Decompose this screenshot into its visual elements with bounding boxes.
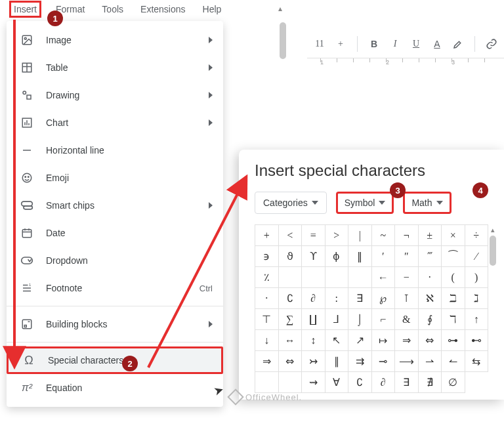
insert-link-button[interactable] bbox=[483, 35, 500, 53]
character-cell[interactable]: ⇆ bbox=[465, 351, 489, 372]
character-cell[interactable]: ↑ bbox=[465, 309, 489, 330]
character-cell[interactable]: ∄ bbox=[419, 372, 442, 393]
scrollbar-thumb[interactable] bbox=[490, 236, 496, 266]
menu-item-hrule[interactable]: Horizontal line bbox=[7, 136, 223, 164]
underline-button[interactable]: U bbox=[408, 35, 425, 53]
character-cell[interactable]: ℷ bbox=[465, 288, 489, 309]
character-cell[interactable]: ÷ bbox=[465, 225, 489, 246]
character-cell[interactable]: ⊸ bbox=[372, 351, 396, 372]
character-cell[interactable]: ↕ bbox=[302, 330, 326, 351]
character-cell[interactable]: ⇀ bbox=[419, 351, 442, 372]
font-size-value[interactable]: 11 bbox=[311, 35, 328, 53]
character-cell[interactable]: ↣ bbox=[302, 351, 326, 372]
character-cell[interactable]: = bbox=[302, 225, 326, 246]
character-cell[interactable]: ↼ bbox=[442, 351, 465, 372]
character-cell[interactable]: ⇝ bbox=[302, 372, 326, 393]
character-cell[interactable]: ϶ bbox=[255, 246, 279, 267]
character-cell[interactable]: ∮ bbox=[419, 309, 442, 330]
character-cell[interactable]: ⊶ bbox=[442, 330, 465, 351]
character-cell[interactable]: ∑ bbox=[279, 309, 303, 330]
character-cell[interactable]: < bbox=[279, 225, 303, 246]
character-cell[interactable]: ϑ bbox=[279, 246, 303, 267]
character-cell[interactable]: − bbox=[395, 267, 419, 288]
text-color-button[interactable]: A bbox=[429, 35, 446, 53]
grid-scrollbar[interactable]: ▴ bbox=[488, 224, 497, 393]
character-cell[interactable]: ⇉ bbox=[348, 351, 372, 372]
character-cell[interactable]: ← bbox=[372, 267, 396, 288]
character-cell[interactable]: ∃ bbox=[395, 372, 419, 393]
menu-tools[interactable]: Tools bbox=[99, 3, 126, 16]
character-cell[interactable]: ⟶ bbox=[395, 351, 419, 372]
menu-item-chart[interactable]: Chart bbox=[7, 109, 223, 136]
menu-item-drawing[interactable]: Drawing bbox=[7, 81, 223, 109]
menu-item-table[interactable]: Table bbox=[7, 54, 223, 81]
character-cell[interactable]: ∅ bbox=[442, 372, 465, 393]
character-cell[interactable]: ⇒ bbox=[255, 351, 279, 372]
character-cell[interactable]: ∃ bbox=[348, 288, 372, 309]
character-cell[interactable]: ∁ bbox=[348, 372, 372, 393]
character-cell[interactable]: ℘ bbox=[372, 288, 396, 309]
menu-help[interactable]: Help bbox=[200, 3, 224, 16]
character-cell[interactable]: ∀ bbox=[326, 372, 349, 393]
character-cell[interactable]: ↖ bbox=[326, 330, 349, 351]
character-cell[interactable]: ∁ bbox=[279, 288, 303, 309]
character-cell[interactable]: : bbox=[326, 288, 349, 309]
menu-item-date[interactable]: Date bbox=[7, 219, 223, 247]
character-cell[interactable]: ⌡ bbox=[348, 309, 372, 330]
character-cell[interactable]: ℶ bbox=[442, 288, 465, 309]
menu-item-smartchips[interactable]: Smart chips bbox=[7, 192, 223, 219]
font-size-increase[interactable]: + bbox=[332, 35, 349, 53]
character-cell[interactable]: + bbox=[255, 225, 279, 246]
character-cell[interactable]: ⇒ bbox=[395, 330, 419, 351]
character-cell[interactable]: ↔ bbox=[279, 330, 303, 351]
character-cell[interactable]: ¬ bbox=[395, 225, 419, 246]
menu-item-special-characters[interactable]: Ω Special characters bbox=[7, 346, 223, 374]
character-cell[interactable]: ∐ bbox=[302, 309, 326, 330]
scrollbar-arrow-up-icon[interactable]: ▴ bbox=[491, 226, 495, 234]
character-cell[interactable]: ⊤ bbox=[255, 309, 279, 330]
character-cell[interactable]: ⇔ bbox=[419, 330, 442, 351]
character-cell[interactable]: ⇔ bbox=[279, 351, 303, 372]
character-cell[interactable]: ⊺ bbox=[395, 288, 419, 309]
menu-item-building-blocks[interactable]: Building blocks bbox=[7, 310, 223, 338]
menu-insert[interactable]: Insert bbox=[9, 1, 41, 18]
character-cell[interactable]: ( bbox=[442, 267, 465, 288]
italic-button[interactable]: I bbox=[387, 35, 404, 53]
menu-item-footnote[interactable]: 1 Footnote Ctrl bbox=[7, 274, 223, 302]
character-cell[interactable]: × bbox=[442, 225, 465, 246]
character-cell[interactable]: ‴ bbox=[419, 246, 442, 267]
character-cell[interactable]: ϒ bbox=[302, 246, 326, 267]
character-cell[interactable]: ∕ bbox=[465, 246, 489, 267]
character-cell[interactable]: ٪ bbox=[255, 267, 279, 288]
bold-button[interactable]: B bbox=[366, 35, 383, 53]
character-cell[interactable]: ⊷ bbox=[465, 330, 489, 351]
menu-item-emoji[interactable]: Emoji bbox=[7, 164, 223, 192]
character-cell[interactable]: ℵ bbox=[419, 288, 442, 309]
math-dropdown[interactable]: Math bbox=[403, 192, 451, 214]
character-cell[interactable]: ∂ bbox=[372, 372, 396, 393]
scrollbar-arrow-up-icon[interactable]: ▴ bbox=[278, 4, 282, 13]
character-cell[interactable]: ∙ bbox=[419, 267, 442, 288]
symbol-dropdown[interactable]: Symbol bbox=[336, 192, 394, 214]
menu-extensions[interactable]: Extensions bbox=[138, 3, 188, 16]
character-cell[interactable]: ↓ bbox=[255, 330, 279, 351]
character-cell[interactable]: ~ bbox=[372, 225, 396, 246]
character-cell[interactable]: ⁀ bbox=[442, 246, 465, 267]
character-cell[interactable]: > bbox=[326, 225, 349, 246]
character-cell[interactable]: ) bbox=[465, 267, 489, 288]
character-cell[interactable]: ℸ bbox=[442, 309, 465, 330]
character-cell[interactable]: ⅃ bbox=[326, 309, 349, 330]
categories-dropdown[interactable]: Categories bbox=[255, 192, 327, 214]
character-cell[interactable]: | bbox=[348, 225, 372, 246]
character-cell[interactable]: ‖ bbox=[348, 246, 372, 267]
character-cell[interactable]: & bbox=[395, 309, 419, 330]
menu-item-equation[interactable]: π² Equation bbox=[7, 374, 223, 402]
character-cell[interactable]: ϕ bbox=[326, 246, 349, 267]
scrollbar-thumb[interactable] bbox=[280, 22, 286, 59]
character-cell[interactable]: ↦ bbox=[372, 330, 396, 351]
menu-item-image[interactable]: Image bbox=[7, 26, 223, 54]
character-cell[interactable]: ± bbox=[419, 225, 442, 246]
character-cell[interactable]: ∂ bbox=[302, 288, 326, 309]
character-cell[interactable]: · bbox=[255, 288, 279, 309]
character-cell[interactable]: ′ bbox=[372, 246, 396, 267]
